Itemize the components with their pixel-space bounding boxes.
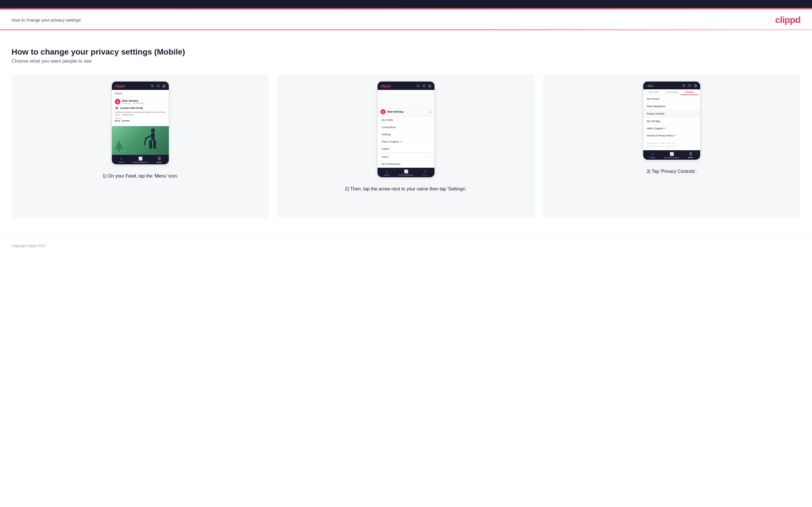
back-button[interactable]: ‹ Back [646, 84, 654, 87]
setting-data-integrations[interactable]: Data Integrations › [643, 103, 700, 110]
service-privacy-label: Service & Privacy Policy ↗ [647, 134, 676, 137]
back-label: Back [648, 84, 654, 87]
phone1-performance-nav: 📈 My Performance [131, 157, 150, 163]
settings-icon [162, 84, 166, 88]
logo: clippd [775, 15, 801, 25]
phone2-logout[interactable]: Logout [377, 145, 435, 152]
header-divider [0, 30, 812, 30]
settings-icon-3 [694, 84, 697, 88]
phone2-home-nav: ⌂ Home [377, 169, 397, 176]
svg-rect-13 [118, 149, 120, 152]
phone-3: ‹ Back [643, 81, 701, 160]
phone1-golf-img [112, 126, 169, 155]
breadcrumb: How to change your privacy settings [11, 17, 81, 22]
phone3-menu-label: Menu [688, 157, 693, 159]
phone1-duration-label: Duration [115, 117, 166, 119]
search-icon-2 [416, 84, 420, 88]
phone3-tabs: My Profile Connections Settings [643, 89, 700, 95]
step-1-card: clippd Feed [11, 74, 269, 218]
phone1-post-date: Yesterday · Sunningdale [122, 102, 144, 104]
setting-my-account[interactable]: My Account › [643, 95, 700, 103]
svg-line-15 [419, 87, 419, 87]
my-golf-bag-label: My Golf Bag [647, 120, 660, 123]
chart-icon: 📈 [138, 157, 143, 161]
phone1-performance-label: My Performance [133, 161, 148, 163]
top-bar [0, 0, 812, 8]
chart-icon-3: 📈 [670, 152, 674, 156]
svg-point-6 [151, 128, 155, 132]
my-account-label: My Account [647, 97, 659, 100]
phone1-menu-label: Menu [157, 161, 162, 163]
phone-2: clippd [377, 81, 435, 177]
phone1-post-name: Blair McHarg [122, 99, 144, 102]
phone2-performance-item: My Performance ∨ [377, 161, 435, 168]
tab-settings[interactable]: Settings [680, 89, 699, 95]
phone2-close-nav: ✕ Menu [415, 169, 435, 176]
svg-point-17 [429, 86, 430, 87]
step-2-card: clippd [277, 74, 535, 218]
phone-1: clippd Feed [111, 81, 169, 165]
phone2-settings[interactable]: Settings [377, 131, 435, 138]
phone2-logo: clippd [380, 84, 391, 88]
menu-icon: ☰ [158, 157, 161, 161]
setting-privacy-controls[interactable]: Privacy Controls › [643, 110, 700, 117]
svg-rect-7 [151, 132, 155, 140]
phone1-home-nav: ⌂ Home [112, 157, 131, 163]
chevron-right-account: › [696, 97, 697, 100]
steps-row: clippd Feed [11, 74, 801, 218]
tab-connections[interactable]: Connections [663, 89, 680, 95]
phone3-performance-label: My Performance [664, 157, 679, 159]
home-icon-2: ⌂ [386, 169, 388, 173]
phone3-home-label: Home [650, 157, 656, 159]
phone3-performance-nav: 📈 My Performance [662, 152, 681, 159]
tree-left [113, 140, 125, 155]
step-3-card: ‹ Back [543, 74, 801, 218]
phone2-user-row: B Blair McHarg [380, 109, 403, 114]
step-2-caption: 2) Then, tap the arrow next to your name… [345, 185, 467, 192]
settings-icon-2 [428, 84, 432, 88]
tab-my-profile[interactable]: My Profile [645, 89, 663, 95]
phone1-avatar: B [115, 99, 120, 105]
chart-icon-2: 📈 [404, 169, 408, 173]
header: How to change your privacy settings clip… [0, 9, 812, 30]
setting-my-golf-bag[interactable]: My Golf Bag › [643, 117, 700, 125]
phone1-post-header: B Blair McHarg Yesterday · Sunningdale [115, 99, 166, 105]
setting-service-privacy[interactable]: Service & Privacy Policy ↗ [643, 132, 700, 139]
phone1-duration-val: 01 hr : 30 min [115, 119, 166, 122]
close-icon: ✕ [423, 169, 426, 173]
setting-help-support[interactable]: Help & Support ↗ [643, 125, 700, 132]
svg-rect-8 [149, 140, 152, 149]
phone2-my-profile[interactable]: My Profile [377, 117, 435, 124]
phone2-performance-label: My Performance [399, 174, 413, 176]
step-1-caption: 1) On your Feed, tap the 'Menu' icon. [102, 173, 178, 179]
data-integrations-label: Data Integrations [647, 105, 665, 108]
phone2-help-support[interactable]: Help & Support ↗ [377, 138, 435, 145]
footer: Copyright Clippd 2022 [0, 238, 812, 253]
step-3-caption: 3) Tap 'Privacy Controls'. [646, 168, 697, 175]
privacy-controls-label: Privacy Controls [647, 112, 664, 115]
phone2-nav: clippd [377, 81, 435, 90]
phone1-lesson-title: Lesson with Fordy [120, 107, 143, 109]
phone1-bottom-nav: ⌂ Home 📈 My Performance ☰ Menu [112, 155, 169, 164]
chevron-right-data: › [696, 105, 697, 108]
svg-marker-12 [115, 140, 123, 149]
phone1-nav: clippd [112, 81, 169, 90]
phone1-menu-nav: ☰ Menu [150, 157, 169, 163]
person-icon-3 [688, 84, 692, 88]
search-icon [151, 84, 154, 88]
menu-icon-3: ☰ [689, 152, 693, 156]
phone3-home-nav: ⌂ Home [643, 152, 662, 159]
phone2-connections[interactable]: Connections [377, 124, 435, 131]
phone2-chevron-up: ∧ [429, 110, 432, 113]
phone2-nav-icons [416, 84, 432, 88]
search-icon-3 [682, 84, 686, 88]
phone1-lesson-row: Lesson with Fordy [115, 106, 166, 110]
phone2-home-label: Home [385, 174, 390, 176]
chevron-down-home: ∨ [428, 155, 430, 158]
phone1-lesson-desc: Looking to feel like my hands are exitin… [115, 111, 166, 116]
lesson-icon [115, 106, 119, 110]
svg-point-4 [163, 85, 165, 87]
phone2-performance-nav: 📈 My Performance [397, 169, 415, 176]
phone1-home-label: Home [119, 161, 124, 163]
person-icon-2 [422, 84, 426, 88]
